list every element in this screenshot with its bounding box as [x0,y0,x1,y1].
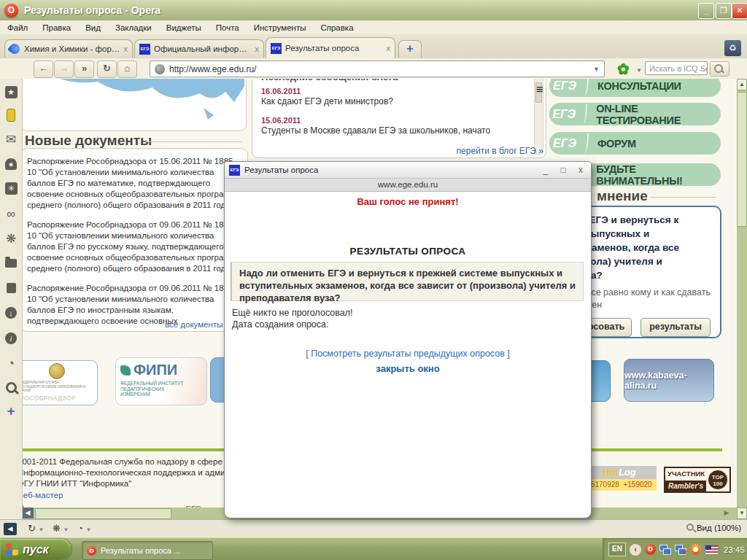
network-disconnected-icon[interactable]: ✕ [675,545,686,555]
previous-polls-link[interactable]: [ Посмотреть результаты предыдущих опрос… [225,349,591,359]
hotlog-brand: Log [619,467,636,478]
closed-tabs-trash-icon[interactable]: ♻ [724,40,741,56]
menu-bar: Файл Правка Вид Закладки Виджеты Почта И… [0,20,747,35]
vertical-scroll-thumb[interactable] [737,92,747,227]
blog-more-link[interactable]: перейти в блог ЕГЭ » [430,146,543,156]
info-icon[interactable]: i [4,332,18,346]
tab-official-portal[interactable]: ЕГЭ Официальный информа... x [134,39,264,58]
taskbar-item-label: Результаты опроса ... [101,546,180,555]
blog-post-title[interactable]: Как сдают ЕГЭ дети министров? [261,96,393,106]
contacts-icon[interactable]: ● [4,158,18,172]
new-tab-button[interactable]: + [398,40,422,58]
webmaster-link[interactable]: Веб-мастер [22,491,63,499]
tray-app-icon[interactable] [690,544,701,555]
scroll-left-icon[interactable]: ◀ [22,508,34,518]
rosobrnadzor-text: ФЕДЕРАЛЬНАЯ СЛУЖБА [22,379,97,385]
widgets-icon[interactable] [4,109,18,123]
bookmarks-icon[interactable]: ★ [4,86,18,101]
network-icon[interactable] [659,545,671,555]
rambler-top100-badge[interactable]: УЧАСТНИК Rambler's TOP100 [664,467,731,493]
close-button[interactable]: ✕ [732,3,747,19]
links-icon[interactable]: ∞ [4,207,18,222]
ege-online-test-button[interactable]: ЕГЭ ON-LINE ТЕСТИРОВАНИЕ [549,103,721,125]
flag-icon[interactable] [705,545,719,555]
history-clock-icon[interactable]: ◔ [4,357,18,371]
vote-rejected-message: Ваш голос не принят! [225,196,591,207]
no-votes-text: Ещё никто не проголосовал! [232,308,352,318]
hotlog-counter[interactable]: HotLog 25170928 +159020 [582,466,657,491]
mail-icon[interactable]: ✉ [4,133,18,147]
document-link[interactable]: Распоряжение Рособрнадзора от 09.06.2011… [27,219,241,274]
unite-status-icon[interactable]: ❋ ▼ [53,523,69,534]
button-label: БУДЬТЕ ВНИМАТЕЛЬНЫ! [596,163,721,187]
all-documents-link[interactable]: все документы [165,320,222,329]
panel-toggle-button[interactable]: ◀ [4,523,17,535]
tab-close-icon[interactable]: x [387,44,391,52]
blog-scrollbar[interactable]: ▲ ≡ [534,79,543,155]
back-button[interactable]: ← [34,61,53,78]
popup-window-buttons[interactable]: _ □ x [543,165,591,175]
minimize-button[interactable]: _ [698,3,714,19]
popup-titlebar[interactable]: ЕГЭ Результаты опроса _ □ x [225,162,591,179]
tab-close-icon[interactable]: x [124,44,128,53]
rosobrnadzor-banner[interactable]: ФЕДЕРАЛЬНАЯ СЛУЖБА ПО НАДЗОРУ В СФЕРЕ ОБ… [22,360,98,405]
windows-logo-icon [6,542,18,556]
menu-bookmarks[interactable]: Закладки [108,23,159,32]
sync-icon[interactable]: ↻ ▼ [28,523,44,534]
unite-icon[interactable]: ❋ [4,232,18,246]
tray-collapse-icon[interactable]: ‹ [630,544,641,556]
ege-consult-button[interactable]: ЕГЭ КОНСУЛЬТАЦИИ [549,79,721,97]
add-panel-icon[interactable]: + [4,404,18,419]
settings-gear-icon[interactable]: ✳ [4,182,18,197]
menu-widgets[interactable]: Виджеты [159,23,209,32]
menu-edit[interactable]: Правка [35,23,78,32]
icq-search-input[interactable]: Искать в ICQ Sear [645,61,708,75]
scroll-down-icon[interactable]: ▼ [737,508,747,519]
menu-view[interactable]: Вид [78,23,108,32]
menu-help[interactable]: Справка [313,23,360,32]
close-window-link[interactable]: закрыть окно [225,363,591,374]
home-button[interactable]: ⌂ [117,61,137,78]
search-panel-icon[interactable] [4,381,18,395]
tab-chemistry-forum[interactable]: Химия и Химики - фору... x [4,39,133,58]
fipi-banner[interactable]: ФИПИ ФЕДЕРАЛЬНЫЙ ИНСТИТУТ ПЕДАГОГИЧЕСКИХ… [115,357,207,405]
downloads-icon[interactable]: ↓ [4,306,18,321]
icq-dropdown-icon[interactable]: ▼ [636,67,642,74]
start-button[interactable]: пуск [0,539,71,560]
blog-heading: Последние сообщения блога [261,79,398,82]
zoom-level[interactable]: Вид (100%) [686,524,741,532]
menu-mail[interactable]: Почта [209,23,247,32]
vertical-scrollbar[interactable]: ▲ ▼ [737,79,747,519]
language-indicator[interactable]: EN [608,542,626,556]
icq-flower-icon[interactable]: ✿ [617,60,630,77]
fast-forward-button[interactable]: » [74,61,94,78]
document-link[interactable]: Распоряжение Рособрнадзора от 15.06.2011… [27,156,241,211]
tab-close-icon[interactable]: x [255,44,260,53]
blog-post-title[interactable]: Студенты в Москве сдавали ЕГЭ за школьни… [261,125,531,136]
taskbar-item-opera[interactable]: O Результаты опроса ... [82,541,213,560]
notes-icon[interactable] [4,281,18,296]
footer-support: Информационно-технологическая поддержка … [22,468,239,477]
url-input[interactable]: http://www.ege.edu.ru/ ▼ [150,61,605,77]
scroll-right-icon[interactable]: ▶ [721,508,732,518]
tray-opera-icon[interactable]: O [645,544,656,555]
ege-forum-button[interactable]: ЕГЭ ФОРУМ [549,132,721,155]
icq-search-button[interactable] [710,61,729,77]
forward-button[interactable]: → [54,61,74,78]
comet-favicon-icon [7,42,22,56]
popup-title: Результаты опроса [244,166,318,174]
menu-tools[interactable]: Инструменты [247,23,314,32]
horizontal-scroll-thumb[interactable] [35,508,171,519]
kabaeva-banner[interactable]: www.kabaeva-alina.ru [624,359,714,402]
restore-button[interactable]: ❐ [716,3,732,19]
reload-button[interactable]: ↻ [97,61,117,78]
scroll-up-icon[interactable]: ▲ [737,79,747,90]
results-button[interactable]: результаты [640,318,711,337]
url-dropdown-icon[interactable]: ▼ [593,66,604,73]
folder-icon[interactable] [4,257,18,271]
tab-poll-results[interactable]: ЕГЭ Результаты опроса x [266,37,395,58]
menu-file[interactable]: Файл [0,23,35,32]
turbo-icon[interactable]: ◔ ▼ [77,523,91,534]
blog-post-date: 16.06.2011 [261,87,301,96]
rosobrnadzor-emblem-icon [49,363,65,379]
